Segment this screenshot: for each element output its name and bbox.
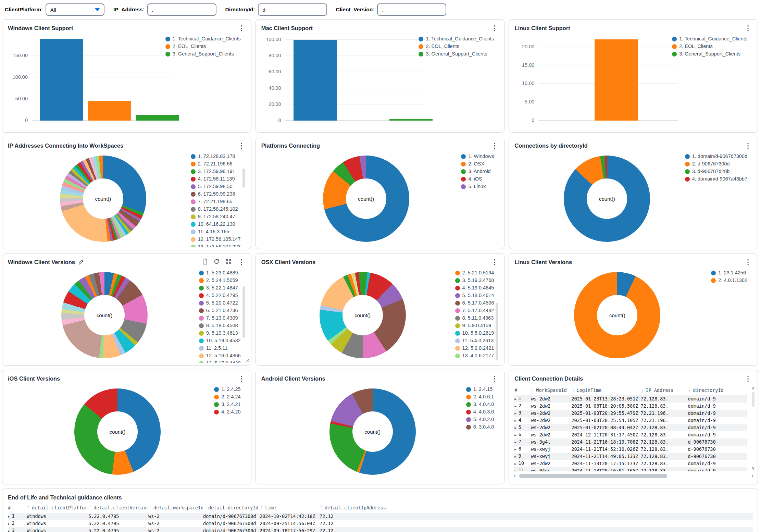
legend-item[interactable]: 5. 4.0.2.0 xyxy=(466,417,494,422)
document-icon[interactable] xyxy=(202,259,208,266)
donut-osx_client_versions[interactable]: count() xyxy=(320,272,406,358)
legend-item[interactable]: 10. 5.19.0.4532 xyxy=(199,338,241,344)
donut-android_client_versions[interactable]: count() xyxy=(329,388,416,475)
edit-pencil-icon[interactable] xyxy=(78,259,84,265)
bar-2. EOL_Clients[interactable] xyxy=(88,101,131,121)
column-header[interactable]: ⋮detail.clientIpAddress xyxy=(320,505,395,510)
column-menu-icon[interactable]: ⋮ xyxy=(531,388,535,393)
row-expand-icon[interactable]: ▶ xyxy=(514,417,516,424)
expand-icon[interactable] xyxy=(226,259,231,265)
legend-item[interactable]: 11. 5.4.0.2613 xyxy=(455,338,494,344)
legend-item[interactable]: 5. 5.18.0.4614 xyxy=(455,293,494,298)
legend-scrollbar[interactable] xyxy=(242,169,245,188)
column-menu-icon[interactable]: ⋮ xyxy=(27,506,30,510)
resize-handle[interactable] xyxy=(245,358,250,364)
legend-item[interactable]: 4. 5.22.0.4795 xyxy=(199,293,241,298)
kebab-menu-icon[interactable]: ⋮ xyxy=(237,259,246,265)
column-menu-icon[interactable]: ⋮ xyxy=(747,388,747,393)
table-row[interactable]: ▶9ws-xwyj2024-11-21T14:49:05.133Z72.128.… xyxy=(514,453,747,460)
legend-item[interactable]: 3. General_Support_Clients xyxy=(672,51,747,57)
legend-item[interactable]: 8. 5.18.0.4508 xyxy=(199,323,241,329)
legend-item[interactable]: 5. Linux xyxy=(461,184,494,189)
column-menu-icon[interactable]: ⋮ xyxy=(203,506,207,510)
row-expand-icon[interactable]: ▶ xyxy=(514,403,516,410)
row-expand-icon[interactable]: ▶ xyxy=(514,424,516,432)
refresh-icon[interactable] xyxy=(214,259,220,266)
legend-item[interactable]: 2. EOL_Clients xyxy=(165,44,241,49)
donut-ip_addresses[interactable]: count() xyxy=(60,156,146,242)
legend-item[interactable]: 13. 4.0.6.2177 xyxy=(455,353,494,359)
legend-item[interactable]: 11. 4.16.3.165 xyxy=(191,229,241,235)
column-header[interactable]: ⋮LoginTime xyxy=(571,387,640,393)
client-version-input[interactable] xyxy=(377,3,446,16)
bar-3. General_Support_Clients[interactable] xyxy=(136,115,179,121)
legend-item[interactable]: 3. Android xyxy=(461,169,494,174)
kebab-menu-icon[interactable]: ⋮ xyxy=(744,259,752,265)
kebab-menu-icon[interactable]: ⋮ xyxy=(237,142,246,149)
legend-scrollbar[interactable] xyxy=(242,286,245,338)
kebab-menu-icon[interactable]: ⋮ xyxy=(744,25,752,32)
kebab-menu-icon[interactable]: ⋮ xyxy=(237,375,246,382)
legend-item[interactable]: 5. 172.59.98.50 xyxy=(191,184,241,189)
legend-item[interactable]: 4. domain/d-9067a43bb7 xyxy=(685,176,747,182)
legend-item[interactable]: 3. d-906787d28b xyxy=(685,169,747,174)
client-platform-select[interactable]: All xyxy=(46,3,104,16)
donut-connections_by_directoryid[interactable]: count() xyxy=(564,156,650,242)
donut-windows_client_versions[interactable]: count() xyxy=(61,272,148,358)
table-row[interactable]: ▶2Windows5.22.0.4795ws-2domain/d-9067673… xyxy=(8,520,753,527)
column-header[interactable]: ⋮IP_Address xyxy=(640,387,688,393)
row-expand-icon[interactable]: ▶ xyxy=(514,460,516,468)
row-expand-icon[interactable]: ▶ xyxy=(514,468,516,471)
legend-item[interactable]: 1. Technical_Guidance_Clients xyxy=(419,36,494,42)
legend-item[interactable]: 9. 172.58.240.47 xyxy=(191,214,241,220)
column-menu-icon[interactable]: ⋮ xyxy=(148,506,152,510)
legend-item[interactable]: 12. 5.2.0.2421 xyxy=(455,345,494,351)
row-expand-icon[interactable]: ▶ xyxy=(8,520,10,528)
legend-item[interactable]: 1. 5.23.0.4889 xyxy=(199,270,241,276)
legend-item[interactable]: 3. 5.22.1.4847 xyxy=(199,285,241,291)
bar-3. General_Support_Clients[interactable] xyxy=(389,119,433,121)
row-expand-icon[interactable]: ▶ xyxy=(8,513,10,520)
legend-item[interactable]: 11. 2.5.11 xyxy=(199,345,241,351)
legend-item[interactable]: 4. 5.19.0.4645 xyxy=(455,285,494,291)
legend-item[interactable]: 3. 2.4.21 xyxy=(214,401,240,407)
table-row[interactable]: ▶11ws-04ds2024-11-13T20:16:01.165Z72.128… xyxy=(514,467,747,471)
legend-item[interactable]: 3. General_Support_Clients xyxy=(419,51,494,57)
legend-item[interactable]: 8. 5.11.0.4363 xyxy=(455,315,494,321)
kebab-menu-icon[interactable]: ⋮ xyxy=(237,25,246,32)
legend-item[interactable]: 2. 2.4.24 xyxy=(214,394,240,400)
legend-item[interactable]: 8. 172.58.245.102 xyxy=(191,206,241,212)
legend-item[interactable]: 3. 172.59.96.191 xyxy=(191,169,241,174)
kebab-menu-icon[interactable]: ⋮ xyxy=(490,375,499,382)
legend-item[interactable]: 3. 5.19.3.4708 xyxy=(455,277,494,283)
column-header[interactable]: # xyxy=(8,505,27,510)
legend-item[interactable]: 6. 172.59.99.238 xyxy=(191,191,241,197)
legend-item[interactable]: 13. 172.56.104.223 xyxy=(191,244,241,247)
donut-platforms_connecting[interactable]: count() xyxy=(323,156,409,242)
row-expand-icon[interactable]: ▶ xyxy=(514,410,516,417)
ip-address-input[interactable] xyxy=(147,3,216,16)
legend-scrollbar[interactable] xyxy=(496,303,498,360)
legend-item[interactable]: 2. 5.21.0.5194 xyxy=(455,270,494,276)
legend-item[interactable]: 7. 72.21.198.65 xyxy=(191,199,241,205)
legend-item[interactable]: 12. 172.56.105.147 xyxy=(191,236,241,242)
table-row[interactable]: ▶8ws-xwyj2024-11-21T14:52:10.026Z72.128.… xyxy=(514,446,747,453)
table-row[interactable]: ▶3Windows5.22.0.4795ws-2domain/d-9067673… xyxy=(8,527,753,532)
table-row[interactable]: ▶3ws-2dw22025-01-03T20:29:55.479Z72.21.1… xyxy=(514,410,747,417)
scroll-down-icon[interactable]: ∨ xyxy=(751,466,755,470)
legend-item[interactable]: 7. 5.13.0.4309 xyxy=(199,315,241,321)
column-menu-icon[interactable]: ⋮ xyxy=(320,506,323,510)
donut-linux_client_versions[interactable]: count() xyxy=(574,272,660,358)
legend-item[interactable]: 2. EOL_Clients xyxy=(419,44,494,49)
column-header[interactable]: ⋮time xyxy=(260,505,320,510)
directory-id-input[interactable] xyxy=(258,3,327,16)
legend-item[interactable]: 7. 5.17.0.4482 xyxy=(455,308,494,313)
row-expand-icon[interactable]: ▶ xyxy=(8,528,10,532)
column-header[interactable]: ⋮detail.directoryId xyxy=(203,505,260,510)
legend-item[interactable]: 2. d-906767300d xyxy=(685,161,747,167)
table-row[interactable]: ▶5ws-2dw22025-01-02T20:08:44.042Z72.128.… xyxy=(514,424,747,431)
legend-item[interactable]: 1. domain/d-906767300d xyxy=(685,153,747,159)
legend-item[interactable]: 6. 5.21.0.4736 xyxy=(199,308,241,313)
legend-item[interactable]: 1. 2.4.15 xyxy=(466,386,494,392)
legend-item[interactable]: 1. 72.128.83.178 xyxy=(191,153,241,159)
